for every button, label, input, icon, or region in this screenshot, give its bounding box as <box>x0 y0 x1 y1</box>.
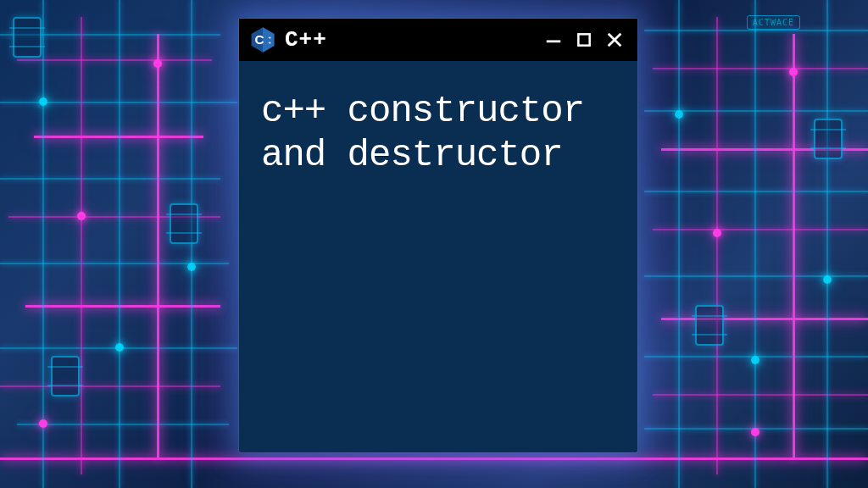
bg-badge: ACTWACE <box>747 15 800 30</box>
terminal-window: C + + C++ c++ constructor and destructor <box>239 19 637 452</box>
cpp-logo-icon: C + + <box>249 26 276 53</box>
window-body: c++ constructor and destructor <box>239 61 637 207</box>
titlebar: C + + C++ <box>239 19 637 61</box>
content-heading: c++ constructor and destructor <box>261 90 615 178</box>
close-button[interactable] <box>604 29 626 51</box>
window-title: C++ <box>285 27 534 53</box>
svg-text:C: C <box>255 32 264 47</box>
minimize-button[interactable] <box>542 29 565 51</box>
maximize-button[interactable] <box>573 29 595 51</box>
svg-rect-6 <box>578 34 589 45</box>
window-controls <box>542 29 626 51</box>
